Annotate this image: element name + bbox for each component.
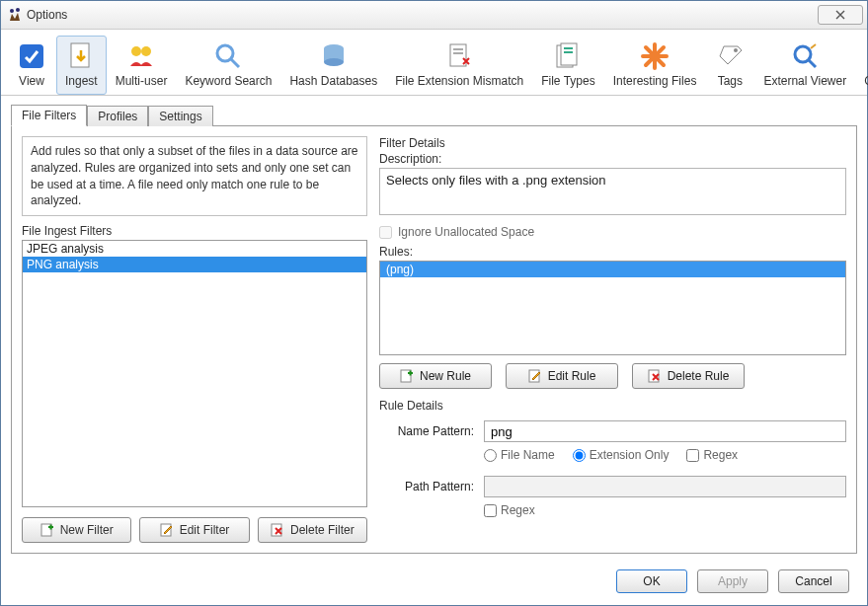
tab-settings[interactable]: Settings [148,106,212,126]
interesting-icon [639,40,671,72]
rule-details-label: Rule Details [379,399,846,413]
toolbar: ViewIngestMulti-userKeyword SearchHash D… [1,30,867,96]
svg-point-19 [795,46,811,62]
toolbar-multiuser[interactable]: Multi-user [107,36,177,95]
tags-icon [714,40,746,72]
delete-filter-icon [271,523,284,537]
name-pattern-label: Name Pattern: [379,424,484,438]
regex-name-checkbox[interactable] [686,449,699,462]
regex-path-checkbox-label[interactable]: Regex [484,503,535,517]
path-pattern-label: Path Pattern: [379,480,484,493]
svg-point-1 [16,8,20,12]
toolbar-hash[interactable]: Hash Databases [280,36,386,95]
viewer-icon [789,40,821,72]
right-column: Filter Details Description: Selects only… [379,136,846,543]
toolbar-view[interactable]: View [7,36,56,95]
svg-line-20 [809,60,816,67]
file-name-radio[interactable] [484,449,497,462]
svg-point-10 [324,58,344,66]
main-panel: Add rules so that only a subset of the f… [11,125,857,554]
rules-label: Rules: [379,245,846,259]
ignore-unallocated-checkbox[interactable] [379,226,392,239]
edit-filter-button[interactable]: Edit Filter [139,517,249,543]
tabs: File Filters Profiles Settings [1,96,867,125]
keyword-icon [212,40,244,72]
multiuser-icon [125,40,157,72]
hint-text: Add rules so that only a subset of the f… [22,136,367,216]
edit-rule-icon [528,369,542,383]
filters-list[interactable]: JPEG analysisPNG analysis [22,240,367,507]
dialog-buttons: OK Apply Cancel [1,562,867,605]
toolbar-ext[interactable]: File Extension Mismatch [386,36,532,95]
rule-details: Name Pattern: File Name Extension Only R… [379,415,846,517]
new-filter-button[interactable]: New Filter [22,517,131,543]
new-rule-button[interactable]: New Rule [379,363,492,389]
svg-point-5 [141,46,151,56]
filter-details-label: Filter Details [379,136,846,150]
svg-point-6 [217,45,233,61]
regex-path-checkbox[interactable] [484,504,497,517]
toolbar-types[interactable]: File Types [532,36,603,95]
description-label: Description: [379,152,846,166]
description-box: Selects only files with a .png extension [379,168,846,215]
ok-button[interactable]: OK [616,569,687,593]
file-ingest-filters-label: File Ingest Filters [22,224,367,238]
ignore-unallocated-label: Ignore Unallocated Space [398,225,534,239]
regex-name-checkbox-label[interactable]: Regex [686,448,738,462]
edit-rule-button[interactable]: Edit Rule [506,363,618,389]
tab-file-filters[interactable]: File Filters [11,105,87,126]
toolbar-interesting[interactable]: Interesting Files [604,36,706,95]
svg-point-0 [10,9,14,13]
svg-line-7 [231,59,239,67]
svg-point-4 [131,46,141,56]
app-icon [7,7,23,23]
toolbar-viewer[interactable]: External Viewer [754,36,855,95]
toolbar-keyword[interactable]: Keyword Search [176,36,280,95]
window-title: Options [27,8,818,22]
filter-item[interactable]: JPEG analysis [23,241,366,257]
types-icon [552,40,584,72]
svg-rect-15 [561,43,577,65]
titlebar: Options [1,1,867,30]
file-name-radio-label[interactable]: File Name [484,448,555,462]
name-pattern-input[interactable] [484,420,846,442]
svg-rect-2 [20,44,43,68]
svg-rect-12 [453,48,463,50]
path-pattern-input[interactable] [484,476,846,497]
svg-point-18 [734,48,738,52]
toolbar-tags[interactable]: Tags [705,36,754,95]
rule-item[interactable]: (png) [380,262,845,277]
new-filter-icon [40,523,54,537]
new-rule-icon [400,369,414,383]
svg-rect-16 [564,47,573,49]
extension-only-radio-label[interactable]: Extension Only [573,448,670,462]
hash-icon [318,40,350,72]
options-window: Options ViewIngestMulti-userKeyword Sear… [0,0,868,606]
apply-button[interactable]: Apply [697,569,768,593]
toolbar-general[interactable]: General [855,36,868,95]
svg-rect-17 [564,51,573,53]
tab-profiles[interactable]: Profiles [87,106,148,126]
delete-rule-icon [648,369,662,383]
ext-icon [443,40,475,72]
svg-rect-13 [453,52,463,54]
edit-filter-icon [160,523,174,537]
ingest-icon [65,40,97,72]
filter-item[interactable]: PNG analysis [23,257,366,272]
close-button[interactable] [818,5,863,25]
delete-filter-button[interactable]: Delete Filter [258,517,367,543]
view-icon [16,40,47,72]
extension-only-radio[interactable] [573,449,586,462]
toolbar-ingest[interactable]: Ingest [56,36,107,95]
delete-rule-button[interactable]: Delete Rule [632,363,745,389]
rules-list[interactable]: (png) [379,261,846,355]
cancel-button[interactable]: Cancel [778,569,849,593]
left-column: Add rules so that only a subset of the f… [22,136,367,543]
